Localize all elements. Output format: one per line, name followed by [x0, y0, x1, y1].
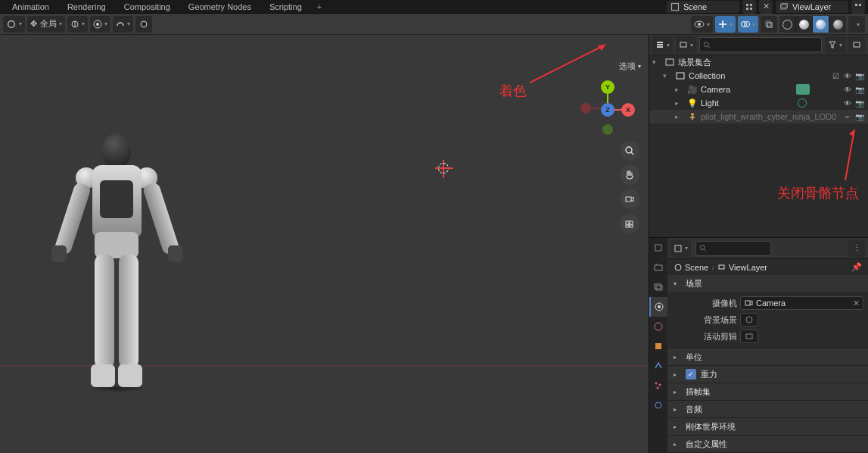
- outliner-display-mode[interactable]: [676, 36, 696, 53]
- zoom-button[interactable]: [620, 141, 639, 161]
- shading-solid[interactable]: [796, 16, 813, 33]
- add-workspace-button[interactable]: +: [311, 1, 328, 13]
- props-editor-type[interactable]: [670, 240, 691, 257]
- snap-dropdown[interactable]: [113, 16, 133, 33]
- scene-browse-button[interactable]: [742, 0, 756, 14]
- outliner-filter[interactable]: [825, 36, 845, 53]
- search-icon: [699, 244, 707, 252]
- outliner-search-input[interactable]: [711, 40, 818, 49]
- shading-wireframe[interactable]: [779, 16, 796, 33]
- svg-rect-64: [745, 301, 750, 305]
- render-toggle[interactable]: 📷: [854, 113, 865, 121]
- panel-scene-header[interactable]: ▾场景: [667, 275, 868, 292]
- visibility-eye[interactable]: 👁: [842, 72, 853, 80]
- prop-tab-physics[interactable]: [649, 395, 667, 415]
- scene-selector[interactable]: [667, 1, 739, 13]
- tab-geometry-nodes[interactable]: Geometry Nodes: [179, 1, 260, 13]
- outliner-new-collection[interactable]: [848, 36, 865, 53]
- annotation-arrow-1: [530, 41, 613, 86]
- nav-gizmo[interactable]: Y X Z: [580, 80, 635, 135]
- collection-icon: [674, 70, 686, 82]
- tree-item-camera[interactable]: ▸ 🎥 Camera 👁📷: [649, 83, 868, 96]
- scene-name-input[interactable]: [683, 2, 736, 11]
- axis-x[interactable]: X: [621, 103, 635, 117]
- panel-rigidbody-header[interactable]: ▸刚体世界环境: [667, 418, 868, 435]
- editor-type-button[interactable]: [3, 16, 25, 33]
- viewlayer-remove-button[interactable]: [851, 0, 865, 14]
- tree-collection[interactable]: ▾ Collection ☑👁📷: [649, 69, 868, 83]
- camera-field[interactable]: Camera ✕: [740, 296, 863, 310]
- svg-line-24: [631, 152, 633, 155]
- outliner-search[interactable]: [699, 37, 822, 52]
- orientation-dropdown[interactable]: [67, 16, 88, 33]
- visibility-eye[interactable]: 👁: [842, 86, 853, 94]
- outliner-editor-type[interactable]: [652, 36, 673, 53]
- props-search[interactable]: [695, 241, 771, 256]
- shading-material[interactable]: [813, 16, 829, 33]
- tab-animation[interactable]: Animation: [3, 1, 58, 13]
- viewlayer-name-input[interactable]: [792, 2, 845, 11]
- svg-line-44: [845, 130, 854, 180]
- prop-tab-output[interactable]: [649, 258, 667, 277]
- prop-tab-render[interactable]: [649, 238, 667, 258]
- scene-close-button[interactable]: ✕: [759, 0, 773, 14]
- outliner-tree[interactable]: ▾ 场景集合 ▾ Collection ☑👁📷 ▸ 🎥 Camera 👁📷 ▸ …: [649, 55, 868, 237]
- tree-scene-collection[interactable]: ▾ 场景集合: [649, 55, 868, 69]
- annotation-shading: 着色: [499, 82, 527, 100]
- prop-tab-world[interactable]: [649, 317, 667, 336]
- prop-tab-particle[interactable]: [649, 376, 667, 395]
- viewport-3d[interactable]: 选项▾ Y X Z: [0, 35, 649, 453]
- prop-tab-scene[interactable]: [649, 297, 667, 317]
- xray-toggle[interactable]: [761, 16, 777, 33]
- pan-button[interactable]: [620, 165, 639, 185]
- exclude-checkbox[interactable]: ☑: [830, 72, 841, 80]
- bg-scene-field[interactable]: [740, 313, 758, 326]
- axis-y[interactable]: Y: [601, 80, 614, 94]
- visibility-eye-closed[interactable]: ⏷: [842, 113, 853, 121]
- proportional-edit-button[interactable]: [135, 16, 152, 33]
- tree-item-armature[interactable]: ▸ pilot_light_wraith_cyber_ninja_LOD0 ⏷📷: [649, 110, 868, 123]
- axis-neg-y[interactable]: [602, 124, 613, 135]
- interaction-mode-dropdown[interactable]: ✥ 全局: [27, 16, 65, 33]
- gizmo-toggle[interactable]: [715, 16, 736, 33]
- props-options[interactable]: ⋮: [848, 240, 865, 257]
- prop-tab-object[interactable]: [649, 336, 667, 356]
- svg-point-12: [96, 23, 99, 26]
- pivot-dropdown[interactable]: [90, 16, 110, 33]
- render-toggle[interactable]: 📷: [854, 72, 865, 80]
- viewport-options-dropdown[interactable]: 选项▾: [614, 59, 646, 73]
- tree-item-light[interactable]: ▸ 💡 Light 👁📷: [649, 96, 868, 110]
- cursor-icon: ✥: [30, 19, 37, 29]
- render-toggle[interactable]: 📷: [854, 99, 865, 108]
- axis-z[interactable]: Z: [601, 103, 614, 117]
- svg-point-41: [691, 113, 694, 116]
- panel-keying-header[interactable]: ▸插帧集: [667, 383, 868, 400]
- panel-gravity-header[interactable]: ▸✓重力: [667, 366, 868, 383]
- viewlayer-selector[interactable]: [776, 1, 848, 13]
- clear-camera[interactable]: ✕: [853, 298, 860, 308]
- gravity-checkbox[interactable]: ✓: [686, 369, 696, 380]
- axis-neg-x[interactable]: [580, 103, 591, 114]
- camera-view-button[interactable]: [620, 189, 639, 209]
- character-mesh[interactable]: [45, 133, 189, 414]
- panel-audio-header[interactable]: ▸音频: [667, 401, 868, 417]
- render-toggle[interactable]: 📷: [854, 86, 865, 94]
- perspective-toggle[interactable]: [620, 214, 639, 233]
- tab-rendering[interactable]: Rendering: [58, 1, 115, 13]
- tab-scripting[interactable]: Scripting: [260, 1, 311, 13]
- prop-tab-modifier[interactable]: [649, 356, 667, 376]
- panel-customprops-header[interactable]: ▸自定义属性: [667, 436, 868, 452]
- viewlayer-icon: [717, 263, 726, 272]
- shading-options-dropdown[interactable]: [848, 16, 865, 33]
- pin-icon[interactable]: 📌: [851, 262, 862, 272]
- panel-units-header[interactable]: ▸单位: [667, 348, 868, 365]
- prop-tab-viewlayer[interactable]: [649, 277, 667, 297]
- svg-rect-63: [719, 265, 724, 269]
- visibility-eye[interactable]: 👁: [842, 99, 853, 108]
- tab-compositing[interactable]: Compositing: [115, 1, 179, 13]
- shading-rendered[interactable]: [829, 16, 846, 33]
- active-clip-field[interactable]: [740, 330, 758, 343]
- svg-rect-2: [750, 4, 752, 6]
- overlay-toggle[interactable]: [738, 16, 758, 33]
- visibility-dropdown[interactable]: [691, 16, 713, 33]
